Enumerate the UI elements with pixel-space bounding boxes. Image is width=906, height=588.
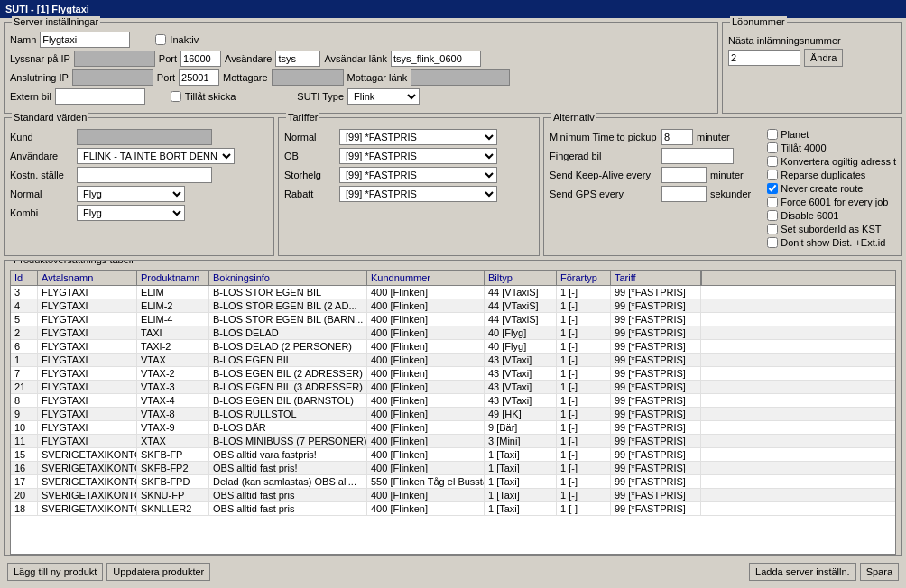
avsandare-input[interactable] bbox=[275, 51, 320, 67]
cell-id: 7 bbox=[11, 367, 38, 380]
force6001-checkbox[interactable] bbox=[767, 197, 778, 207]
cell-forartyp: 1 [-] bbox=[557, 381, 611, 393]
col-header-kundnummer[interactable]: Kundnummer bbox=[367, 271, 485, 285]
window-title: SUTI - [1] Flygtaxi bbox=[5, 4, 89, 14]
tariff-rabatt-select[interactable]: [99] *FASTPRIS bbox=[339, 186, 497, 202]
lyssnar-ip-input[interactable] bbox=[74, 51, 155, 67]
table-row[interactable]: 15 SVERIGETAXIKONTO SKFB-FP OBS alltid v… bbox=[11, 448, 895, 462]
gps-input[interactable] bbox=[661, 186, 707, 202]
cell-forartyp: 1 [-] bbox=[557, 421, 611, 434]
table-row[interactable]: 21 FLYGTAXI VTAX-3 B-LOS EGEN BIL (3 ADR… bbox=[11, 381, 895, 394]
cell-forartyp: 1 [-] bbox=[557, 462, 611, 474]
cell-avtalsnamn: SVERIGETAXIKONTO bbox=[38, 502, 137, 515]
table-row[interactable]: 20 SVERIGETAXIKONTO SKNU-FP OBS alltid f… bbox=[11, 489, 895, 502]
table-row[interactable]: 3 FLYGTAXI ELIM B-LOS STOR EGEN BIL 400 … bbox=[11, 286, 895, 299]
fingerad-input[interactable] bbox=[661, 148, 734, 164]
cell-produktnamn: VTAX bbox=[137, 354, 209, 366]
table-row[interactable]: 6 FLYGTAXI TAXI-2 B-LOS DELAD (2 PERSONE… bbox=[11, 340, 895, 354]
port1-input[interactable] bbox=[180, 51, 221, 67]
col-header-produktnamn[interactable]: Produktnamn bbox=[137, 271, 209, 285]
min-time-input[interactable] bbox=[661, 129, 693, 145]
col-header-forartyp[interactable]: Förartyp bbox=[557, 271, 611, 285]
table-row[interactable]: 18 SVERIGETAXIKONTO SKNLLER2 OBS alltid … bbox=[11, 502, 895, 516]
cell-biltyp: 1 [Taxi] bbox=[485, 475, 557, 488]
cell-produktnamn: TAXI-2 bbox=[137, 340, 209, 353]
lagg-till-button[interactable]: Lägg till ny produkt bbox=[7, 563, 103, 581]
kostn-input[interactable] bbox=[77, 167, 212, 183]
table-row[interactable]: 1 FLYGTAXI VTAX B-LOS EGEN BIL 400 [Flin… bbox=[11, 354, 895, 367]
main-window: SUTI - [1] Flygtaxi Server inställningar… bbox=[0, 0, 906, 588]
cell-kundnummer: 400 [Flinken] bbox=[367, 313, 485, 326]
normal-select[interactable]: FlygTaxi bbox=[77, 186, 185, 202]
cell-bokningsinfo: B-LOS RULLSTOL bbox=[209, 408, 367, 420]
cell-kundnummer: 400 [Flinken] bbox=[367, 340, 485, 353]
uppdatera-button[interactable]: Uppdatera produkter bbox=[106, 563, 210, 581]
table-row[interactable]: 2 FLYGTAXI TAXI B-LOS DELAD 400 [Flinken… bbox=[11, 326, 895, 340]
cell-avtalsnamn: FLYGTAXI bbox=[38, 408, 137, 420]
inaktiv-checkbox[interactable] bbox=[155, 34, 166, 45]
col-header-tariff[interactable]: Tariff bbox=[611, 271, 701, 285]
col-header-biltyp[interactable]: Biltyp bbox=[485, 271, 557, 285]
col-header-avtalsnamn[interactable]: Avtalsnamn bbox=[38, 271, 137, 285]
extern-bil-input[interactable] bbox=[55, 88, 145, 105]
cell-avtalsnamn: FLYGTAXI bbox=[38, 313, 137, 326]
kombi-select[interactable]: FlygTaxi bbox=[77, 205, 185, 221]
spara-button[interactable]: Spara bbox=[860, 563, 899, 581]
col-header-bokningsinfo[interactable]: Bokningsinfo bbox=[209, 271, 367, 285]
anslutning-ip-input[interactable] bbox=[72, 69, 153, 86]
cell-kundnummer: 400 [Flinken] bbox=[367, 462, 485, 474]
nasta-input[interactable] bbox=[728, 50, 800, 66]
cell-avtalsnamn: SVERIGETAXIKONTO bbox=[38, 475, 137, 488]
avsandar-lank-input[interactable] bbox=[391, 51, 481, 67]
tariff-normal-select[interactable]: [99] *FASTPRIS bbox=[339, 129, 497, 145]
mottagare-input[interactable] bbox=[272, 69, 344, 86]
cell-tariff: 99 [*FASTPRIS] bbox=[611, 354, 701, 366]
table-row[interactable]: 11 FLYGTAXI XTAX B-LOS MINIBUSS (7 PERSO… bbox=[11, 435, 895, 448]
cell-kundnummer: 400 [Flinken] bbox=[367, 299, 485, 312]
tillat4000-checkbox[interactable] bbox=[767, 142, 778, 153]
tariff-ob-select[interactable]: [99] *FASTPRIS bbox=[339, 148, 497, 164]
cell-tariff: 99 [*FASTPRIS] bbox=[611, 394, 701, 407]
never-create-route-checkbox[interactable] bbox=[767, 183, 778, 194]
never-create-route-row: Never create route bbox=[767, 183, 896, 194]
keep-alive-input[interactable] bbox=[661, 167, 707, 183]
table-row[interactable]: 10 FLYGTAXI VTAX-9 B-LOS BÄR 400 [Flinke… bbox=[11, 421, 895, 435]
cell-id: 10 bbox=[11, 421, 38, 434]
table-body[interactable]: 3 FLYGTAXI ELIM B-LOS STOR EGEN BIL 400 … bbox=[11, 286, 895, 554]
cell-bokningsinfo: OBS alltid fast pris! bbox=[209, 462, 367, 474]
table-row[interactable]: 4 FLYGTAXI ELIM-2 B-LOS STOR EGEN BIL (2… bbox=[11, 299, 895, 313]
cell-bokningsinfo: B-LOS EGEN BIL (BARNSTOL) bbox=[209, 394, 367, 407]
table-row[interactable]: 16 SVERIGETAXIKONTO SKFB-FP2 OBS alltid … bbox=[11, 462, 895, 475]
table-row[interactable]: 8 FLYGTAXI VTAX-4 B-LOS EGEN BIL (BARNST… bbox=[11, 394, 895, 408]
ladda-button[interactable]: Ladda server inställn. bbox=[749, 563, 856, 581]
cell-id: 6 bbox=[11, 340, 38, 353]
tariff-storhelg-select[interactable]: [99] *FASTPRIS bbox=[339, 167, 497, 183]
andra-button[interactable]: Ändra bbox=[804, 49, 843, 67]
set-suborder-label: Set suborderId as KST bbox=[781, 224, 881, 234]
cell-bokningsinfo: OBS alltid fast pris bbox=[209, 489, 367, 501]
suti-type-select[interactable]: Flink Standard bbox=[347, 88, 420, 105]
port2-input[interactable] bbox=[179, 69, 219, 86]
kund-select[interactable] bbox=[77, 129, 212, 145]
produkt-table: Id Avtalsnamn Produktnamn Bokningsinfo K… bbox=[10, 270, 896, 555]
set-suborder-checkbox[interactable] bbox=[767, 224, 778, 234]
planet-checkbox[interactable] bbox=[767, 129, 778, 140]
namn-input[interactable] bbox=[40, 32, 130, 48]
disable6001-checkbox[interactable] bbox=[767, 210, 778, 221]
table-row[interactable]: 9 FLYGTAXI VTAX-8 B-LOS RULLSTOL 400 [Fl… bbox=[11, 408, 895, 421]
reparse-checkbox[interactable] bbox=[767, 170, 778, 180]
cell-produktnamn: SKNU-FP bbox=[137, 489, 209, 501]
namn-label: Namn bbox=[10, 34, 36, 45]
table-row[interactable]: 7 FLYGTAXI VTAX-2 B-LOS EGEN BIL (2 ADRE… bbox=[11, 367, 895, 381]
dont-show-row: Don't show Dist. +Ext.id bbox=[767, 237, 896, 248]
cell-biltyp: 1 [Taxi] bbox=[485, 448, 557, 461]
table-row[interactable]: 5 FLYGTAXI ELIM-4 B-LOS STOR EGEN BIL (B… bbox=[11, 313, 895, 326]
cell-forartyp: 1 [-] bbox=[557, 435, 611, 447]
col-header-id[interactable]: Id bbox=[11, 271, 38, 285]
dont-show-checkbox[interactable] bbox=[767, 237, 778, 248]
tillat-skicka-checkbox[interactable] bbox=[171, 91, 181, 102]
table-row[interactable]: 17 SVERIGETAXIKONTO SKFB-FPD Delad (kan … bbox=[11, 475, 895, 489]
anvandare-select[interactable]: FLINK - TA INTE BORT DENNA bbox=[77, 148, 235, 164]
mottagar-lank-input[interactable] bbox=[411, 69, 510, 86]
konvertera-checkbox[interactable] bbox=[767, 156, 778, 167]
